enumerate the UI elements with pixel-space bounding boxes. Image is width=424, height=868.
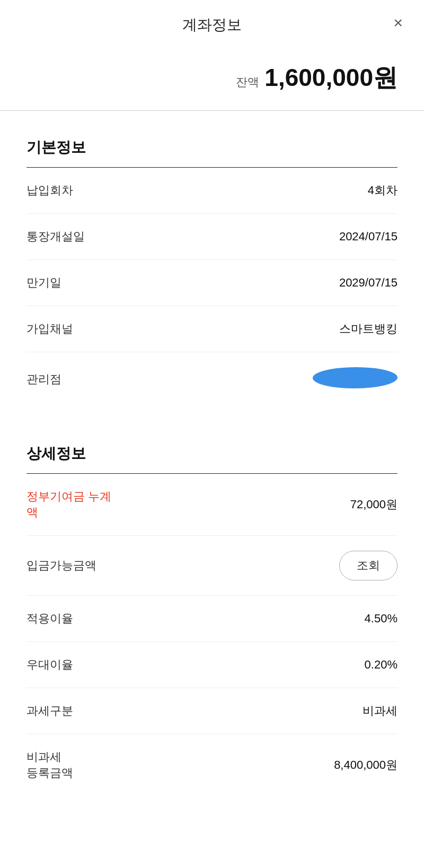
label-payment-count: 납입회차 — [26, 183, 73, 198]
value-maturity-date: 2029/07/15 — [339, 276, 398, 290]
detail-info-section: 상세정보 정부기여금 누계액 72,000원 입금가능금액 조회 적용이율 4.… — [0, 433, 424, 812]
row-tax-exempt-amount: 비과세등록금액 8,400,000원 — [26, 734, 398, 796]
value-tax-type: 비과세 — [363, 703, 398, 719]
balance-label: 잔액 — [236, 74, 259, 90]
inquiry-button[interactable]: 조회 — [339, 551, 398, 580]
label-preferential-rate: 우대이율 — [26, 657, 73, 673]
value-preferential-rate: 0.20% — [365, 658, 398, 672]
row-open-date: 통장개설일 2024/07/15 — [26, 214, 398, 260]
label-deposit-available: 입금가능금액 — [26, 558, 96, 574]
detail-info-title: 상세정보 — [26, 444, 398, 464]
basic-info-title: 기본정보 — [26, 137, 398, 158]
row-deposit-available: 입금가능금액 조회 — [26, 536, 398, 596]
row-maturity-date: 만기일 2029/07/15 — [26, 260, 398, 306]
label-tax-exempt-amount: 비과세등록금액 — [26, 749, 73, 781]
value-gov-contribution: 72,000원 — [350, 497, 398, 513]
close-button[interactable]: × — [393, 15, 403, 31]
main-divider — [0, 110, 424, 111]
section-gap — [0, 422, 424, 433]
value-interest-rate: 4.50% — [365, 612, 398, 626]
value-payment-count: 4회차 — [368, 183, 398, 198]
row-preferential-rate: 우대이율 0.20% — [26, 642, 398, 688]
redacted-branch-value — [312, 367, 398, 388]
balance-amount: 1,600,000원 — [264, 62, 398, 94]
label-join-channel: 가입채널 — [26, 321, 73, 337]
label-branch: 관리점 — [26, 371, 61, 387]
label-maturity-date: 만기일 — [26, 275, 61, 291]
row-payment-count: 납입회차 4회차 — [26, 168, 398, 214]
balance-section: 잔액 1,600,000원 — [0, 46, 424, 110]
label-gov-contribution: 정부기여금 누계액 — [26, 489, 111, 520]
value-join-channel: 스마트뱅킹 — [339, 321, 398, 337]
row-gov-contribution: 정부기여금 누계액 72,000원 — [26, 474, 398, 536]
header: 계좌정보 × — [0, 0, 424, 46]
value-branch — [313, 367, 398, 392]
row-interest-rate: 적용이율 4.50% — [26, 596, 398, 642]
row-branch: 관리점 — [26, 352, 398, 406]
row-join-channel: 가입채널 스마트뱅킹 — [26, 306, 398, 352]
label-interest-rate: 적용이율 — [26, 611, 73, 627]
basic-info-section: 기본정보 납입회차 4회차 통장개설일 2024/07/15 만기일 2029/… — [0, 127, 424, 422]
row-tax-type: 과세구분 비과세 — [26, 688, 398, 734]
value-deposit-available: 조회 — [339, 551, 398, 580]
value-open-date: 2024/07/15 — [339, 230, 398, 244]
label-tax-type: 과세구분 — [26, 703, 73, 719]
value-tax-exempt-amount: 8,400,000원 — [334, 757, 398, 773]
label-open-date: 통장개설일 — [26, 229, 85, 245]
page-title: 계좌정보 — [182, 15, 242, 35]
